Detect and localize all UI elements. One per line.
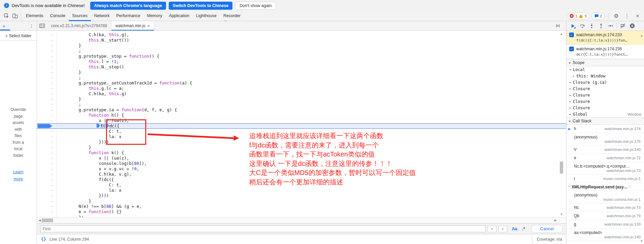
find-previous-icon[interactable]: ∧ (488, 226, 496, 232)
checkbox-checked-icon[interactable]: ✓ (569, 33, 574, 37)
match-language-button[interactable]: Always match Chrome's language (90, 2, 166, 10)
tab-console[interactable]: Console (47, 11, 69, 21)
tab-application[interactable]: Application (165, 11, 193, 21)
gutter-line-marker[interactable]: - (37, 209, 57, 215)
file-tab[interactable]: core.v2.21.3.min.js?v=2794788 (47, 21, 111, 30)
navigator-more-icon[interactable]: ⋮ (29, 23, 34, 28)
tab-performance[interactable]: Performance (113, 11, 144, 21)
device-toolbar-icon[interactable] (11, 12, 19, 20)
gutter-line-marker[interactable]: - (37, 139, 57, 145)
scope-row[interactable]: ▸this: Window (567, 73, 644, 79)
gutter-line-marker[interactable]: - (37, 102, 57, 107)
gutter-line-marker[interactable] (37, 123, 57, 129)
scope-row[interactable]: ▸GlobalWindow (567, 111, 644, 117)
gutter-line-marker[interactable]: - (37, 204, 57, 209)
call-stack-frame[interactable]: ▶hwatchman.min.js:174 (567, 125, 644, 133)
gutter-line-marker[interactable]: - (37, 172, 57, 177)
gutter-line-marker[interactable]: - (37, 145, 57, 150)
gutter-line-marker[interactable]: - (37, 64, 57, 70)
learn-more-link[interactable]: Learnmore (0, 169, 37, 183)
code-editor[interactable]: - C.h(ka, this.g),- this.N._start())- }-… (37, 31, 566, 217)
breakpoint-entry[interactable]: ✓watchman.min.js:174:233f(dc({C:t,la:x})… (567, 31, 644, 45)
gutter-line-marker[interactable]: - (37, 215, 57, 217)
inline-breakpoint-icon[interactable] (106, 124, 109, 128)
close-icon[interactable]: × (633, 12, 642, 20)
call-stack-frame[interactable]: Ncwatchman.min.js:73 (567, 203, 644, 212)
gutter-line-marker[interactable]: - (37, 38, 57, 43)
tab-lighthouse[interactable]: Lighthouse (193, 11, 220, 21)
match-case-toggle[interactable]: Aa (512, 226, 518, 231)
gutter-line-marker[interactable]: - (37, 166, 57, 172)
gutter-line-marker[interactable]: - (37, 134, 57, 139)
dont-show-again-button[interactable]: Don't show again (235, 2, 276, 10)
gutter-line-marker[interactable]: - (37, 156, 57, 161)
call-stack-frame[interactable]: Qbwatchman.min.js:79 (567, 212, 644, 220)
scroll-up-icon[interactable]: ▲ (640, 34, 643, 37)
checkbox-checked-icon[interactable]: ✓ (569, 47, 574, 51)
gutter-line-marker[interactable]: - (37, 54, 57, 59)
gutter-line-marker[interactable]: - (37, 97, 57, 102)
gutter-line-marker[interactable]: - (37, 177, 57, 182)
resume-icon[interactable] (569, 22, 577, 30)
editor-vertical-scrollbar[interactable]: ▲ ▼ (559, 31, 564, 217)
tab-recorder[interactable]: Recorder (220, 11, 244, 21)
gutter-line-marker[interactable]: - (37, 75, 57, 80)
gutter-line-marker[interactable]: - (37, 48, 57, 54)
scope-row[interactable]: ▸Closure (567, 85, 644, 92)
switch-to-chinese-button[interactable]: Switch DevTools to Chinese (169, 2, 232, 10)
step-icon[interactable] (606, 22, 615, 30)
gutter-line-marker[interactable]: - (37, 118, 57, 123)
step-out-icon[interactable] (597, 22, 605, 30)
inspect-icon[interactable] (2, 12, 11, 20)
call-stack-frame[interactable]: ewatchman.min.js:72 (567, 154, 644, 162)
close-tab-icon[interactable]: × (147, 23, 150, 28)
find-input[interactable] (40, 225, 486, 232)
deactivate-breakpoints-icon[interactable] (619, 22, 627, 30)
gear-icon[interactable]: ⚙ (612, 12, 621, 20)
editor-horizontal-scrollbar[interactable]: ◀ ▶ (37, 217, 566, 223)
scope-row[interactable]: ▸Closure (567, 98, 644, 105)
errors-warnings-badge[interactable]: 1 5 (567, 13, 590, 19)
gutter-line-marker[interactable]: - (37, 129, 57, 134)
issues-badge[interactable]: 2 (592, 13, 605, 19)
scroll-right-icon[interactable]: ▶ (553, 218, 558, 223)
scrollbar-thumb[interactable] (560, 162, 563, 174)
tab-network[interactable]: Network (91, 11, 113, 21)
scroll-down-icon[interactable]: ▼ (559, 212, 564, 217)
call-stack-frame[interactable]: (anonymous)music-corona.min.js:1 (567, 191, 644, 203)
gutter-line-marker[interactable]: - (37, 113, 57, 118)
scope-section-header[interactable]: ▾ Scope (567, 59, 644, 66)
scope-row[interactable]: ▸Closure (567, 105, 644, 111)
breakpoint-entry[interactable]: ✓watchman.min.js:174:235dc({C:t,la:x})))… (567, 45, 644, 59)
navigator-toggle-icon[interactable] (37, 21, 47, 30)
call-stack-frame[interactable]: tmusic-corona.min.js:1 (567, 175, 644, 183)
step-into-icon[interactable] (587, 22, 596, 30)
call-stack-frame[interactable]: gwatchman.min.js:139 (567, 220, 644, 229)
call-stack-frame[interactable]: (anonymous)watchman.min.js:175 (567, 133, 644, 145)
step-over-icon[interactable] (578, 22, 587, 30)
tab-sources[interactable]: Sources (69, 11, 91, 21)
more-menu-icon[interactable]: ⋮ (623, 12, 631, 20)
gutter-line-marker[interactable]: - (37, 161, 57, 166)
find-next-icon[interactable]: ∨ (498, 226, 507, 232)
inline-breakpoint-icon[interactable] (97, 124, 100, 128)
gutter-line-marker[interactable]: - (37, 150, 57, 156)
gutter-line-marker[interactable]: - (37, 59, 57, 64)
pause-on-exceptions-icon[interactable] (628, 22, 637, 30)
scope-row[interactable]: ▸Closure (g.ia) (567, 79, 644, 85)
scroll-up-icon[interactable]: ▲ (559, 32, 564, 36)
scope-row[interactable]: ▸Closure (567, 92, 644, 98)
select-folder-button[interactable]: + Select folder (0, 31, 37, 41)
overflow-tabs-icon[interactable]: » (3, 23, 5, 28)
scope-row[interactable]: ▾Local (567, 66, 644, 73)
gutter-line-marker[interactable]: - (37, 193, 57, 198)
gutter-line-marker[interactable]: - (37, 182, 57, 188)
call-stack-frame[interactable]: Nc.b.<computed>.q.<comput…watchman.min.j… (567, 162, 644, 175)
scrollbar-thumb[interactable] (42, 219, 53, 222)
call-stack-frame[interactable]: aa.<computed>watchman.min.js:140 (567, 229, 644, 241)
gutter-line-marker[interactable]: - (37, 107, 57, 113)
gutter-line-marker[interactable]: - (37, 32, 57, 38)
call-stack-frame[interactable]: Vwatchman.min.js:140 (567, 145, 644, 154)
cancel-button[interactable]: Cancel (531, 225, 563, 233)
gutter-line-marker[interactable]: - (37, 70, 57, 75)
